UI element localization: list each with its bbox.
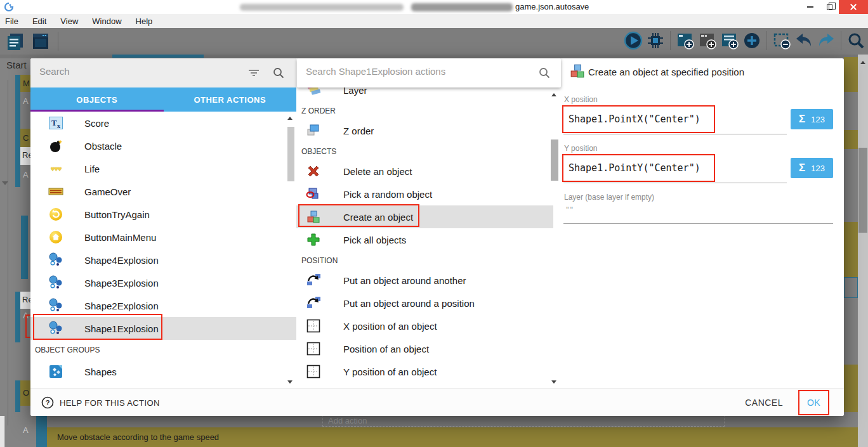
- scene-window-icon[interactable]: [30, 31, 51, 51]
- section-header-position: POSITION: [296, 251, 553, 269]
- action-row-pick-all[interactable]: Pick all objects: [296, 228, 553, 251]
- add-comment-button[interactable]: [720, 31, 739, 50]
- y-position-label: Y position: [564, 144, 597, 153]
- object-tabs: OBJECTS OTHER ACTIONS: [30, 87, 296, 112]
- list-scroll-down-icon[interactable]: [287, 380, 293, 384]
- close-button[interactable]: [839, 0, 868, 14]
- object-row-buttontryagain[interactable]: ButtonTryAgain: [30, 203, 296, 226]
- object-row-life[interactable]: ♥♥♥ Life: [30, 157, 296, 180]
- home-button-icon: [48, 230, 63, 245]
- y-position-input[interactable]: Shape1.PointY("Center"): [569, 162, 700, 174]
- action-search-input[interactable]: [306, 66, 515, 77]
- main-scrollbar[interactable]: [858, 55, 868, 447]
- action-editor-dialog: OBJECTS OTHER ACTIONS Tx Score: [30, 58, 844, 416]
- svg-text:?: ?: [46, 399, 50, 406]
- action-row-create-object[interactable]: Create an object: [296, 205, 553, 228]
- search-icon[interactable]: [272, 67, 285, 79]
- x-expression-editor-button[interactable]: Σ 123: [791, 109, 833, 129]
- action-row-position[interactable]: Position of an object: [296, 337, 553, 360]
- help-button[interactable]: ? HELP FOR THIS ACTION: [41, 389, 160, 417]
- action-row-y-position[interactable]: Y position of an object: [296, 360, 553, 383]
- blurred-title-segment: [240, 4, 404, 11]
- particle-emitter-icon: [48, 298, 63, 313]
- action-scroll-down-icon[interactable]: [551, 380, 556, 384]
- ok-button[interactable]: OK: [807, 398, 820, 408]
- event-comment-bar: Move obstacle according to the game spee…: [47, 427, 858, 447]
- action-scroll-up-icon[interactable]: [551, 93, 556, 96]
- position-grid-icon: [305, 365, 322, 379]
- gdevelop-logo-icon: [4, 2, 14, 12]
- event-fragment: O: [23, 388, 29, 398]
- remove-event-button[interactable]: [772, 31, 791, 50]
- particle-emitter-icon: [48, 275, 63, 290]
- tab-other-actions[interactable]: OTHER ACTIONS: [164, 87, 297, 112]
- background-field-box: [844, 277, 858, 298]
- sigma-icon: Σ: [799, 162, 805, 174]
- filter-icon[interactable]: [248, 68, 260, 78]
- menu-view[interactable]: View: [60, 16, 78, 26]
- redo-button[interactable]: [817, 31, 836, 50]
- collapse-arrow-icon[interactable]: [2, 181, 8, 185]
- action-row-zorder[interactable]: Z order: [296, 119, 553, 142]
- scroll-up-icon[interactable]: [860, 61, 865, 64]
- search-icon[interactable]: [538, 67, 551, 79]
- object-row-gameover[interactable]: GameOver: [30, 180, 296, 203]
- action-row-put-around-position[interactable]: Put an object around a position: [296, 292, 553, 314]
- action-row-delete-object[interactable]: Delete an object: [296, 160, 553, 183]
- pick-all-objects-icon: [305, 233, 322, 247]
- objects-panel: OBJECTS OTHER ACTIONS Tx Score: [30, 58, 296, 388]
- retry-button-icon: [48, 207, 63, 222]
- events-sheet-icon[interactable]: [5, 31, 25, 51]
- object-row-obstacle[interactable]: Obstacle: [30, 134, 296, 157]
- menu-help[interactable]: Help: [136, 16, 153, 26]
- menu-window[interactable]: Window: [92, 16, 121, 26]
- debug-button[interactable]: [646, 31, 665, 50]
- action-search-box: [297, 58, 561, 87]
- object-row-shape4explosion[interactable]: Shape4Explosion: [30, 249, 296, 271]
- minimize-button[interactable]: [801, 0, 820, 14]
- action-row-x-position[interactable]: X position of an object: [296, 314, 553, 337]
- object-row-score[interactable]: Tx Score: [30, 112, 296, 134]
- search-events-button[interactable]: [846, 31, 865, 50]
- cancel-button[interactable]: CANCEL: [745, 389, 783, 417]
- title-bar: game.json.autosave: [0, 0, 868, 14]
- object-row-shape2explosion[interactable]: Shape2Explosion: [30, 294, 296, 317]
- layer-input[interactable]: "": [565, 205, 574, 214]
- play-button[interactable]: [624, 31, 643, 50]
- object-row-shape3explosion[interactable]: Shape3Explosion: [30, 271, 296, 294]
- particle-emitter-icon: [48, 321, 63, 336]
- tab-start[interactable]: Start: [6, 60, 27, 70]
- x-position-input[interactable]: Shape1.PointX("Center"): [569, 113, 700, 125]
- restore-button[interactable]: [820, 0, 839, 14]
- section-header-objects: OBJECTS: [296, 142, 553, 160]
- main-scrollbar-thumb[interactable]: [858, 148, 867, 233]
- undo-button[interactable]: [794, 31, 813, 50]
- object-row-buttonmainmenu[interactable]: ButtonMainMenu: [30, 226, 296, 249]
- action-row-pick-random[interactable]: Pick a random object: [296, 183, 553, 205]
- add-action-button[interactable]: Add action: [322, 415, 725, 427]
- menu-bar: File Edit View Window Help: [0, 14, 868, 28]
- sigma-icon: Σ: [799, 113, 805, 126]
- add-subevent-button[interactable]: [698, 31, 717, 50]
- add-event-button[interactable]: [676, 31, 695, 50]
- group-row-shapes[interactable]: Shapes: [30, 360, 296, 383]
- action-row-put-around-another[interactable]: Put an object around another: [296, 269, 553, 292]
- help-icon: ?: [41, 396, 54, 409]
- action-parameters-panel: Create an object at specified position X…: [562, 58, 844, 388]
- action-scrollbar-thumb[interactable]: [551, 139, 558, 181]
- y-position-field-box: Shape1.PointY("Center"): [562, 154, 715, 182]
- menu-edit[interactable]: Edit: [32, 16, 46, 26]
- object-search-input[interactable]: [39, 66, 230, 77]
- add-new-button[interactable]: [742, 31, 761, 50]
- list-scroll-up-icon[interactable]: [287, 117, 293, 120]
- menu-file[interactable]: File: [5, 16, 18, 26]
- list-scrollbar-thumb[interactable]: [287, 127, 294, 181]
- bomb-icon: [48, 139, 63, 153]
- y-expression-editor-button[interactable]: Σ 123: [791, 158, 833, 178]
- create-object-icon: [570, 63, 585, 81]
- active-tab-indicator: [112, 55, 204, 58]
- object-row-shape1explosion[interactable]: Shape1Explosion: [30, 317, 296, 340]
- event-tree-line: [8, 80, 8, 425]
- text-object-icon: Tx: [48, 117, 63, 129]
- tab-objects[interactable]: OBJECTS: [30, 87, 164, 112]
